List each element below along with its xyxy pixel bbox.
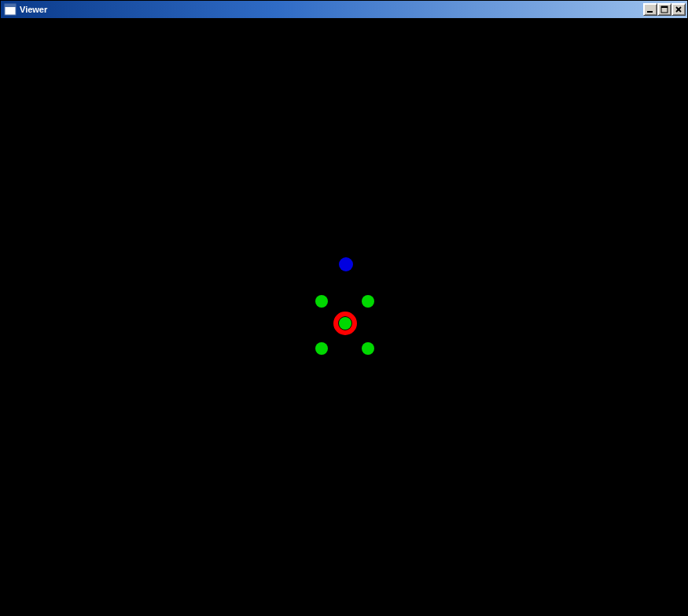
minimize-icon xyxy=(646,6,654,13)
window-title: Viewer xyxy=(20,5,643,14)
svg-rect-4 xyxy=(661,6,668,8)
minimize-button[interactable] xyxy=(643,3,657,16)
viewer-canvas[interactable] xyxy=(1,18,687,615)
green-point xyxy=(339,317,351,330)
svg-rect-1 xyxy=(5,4,16,7)
maximize-button[interactable] xyxy=(657,3,671,16)
green-point xyxy=(362,342,374,355)
svg-rect-2 xyxy=(647,11,653,13)
blue-point xyxy=(339,257,353,271)
green-point xyxy=(315,342,328,355)
maximize-icon xyxy=(660,6,668,13)
window-controls xyxy=(643,3,686,16)
green-point xyxy=(362,295,374,308)
app-icon xyxy=(4,3,17,16)
close-icon xyxy=(675,6,682,13)
green-point xyxy=(315,295,328,308)
close-button[interactable] xyxy=(671,3,686,16)
titlebar[interactable]: Viewer xyxy=(1,1,687,18)
window-frame: Viewer xyxy=(0,0,688,616)
